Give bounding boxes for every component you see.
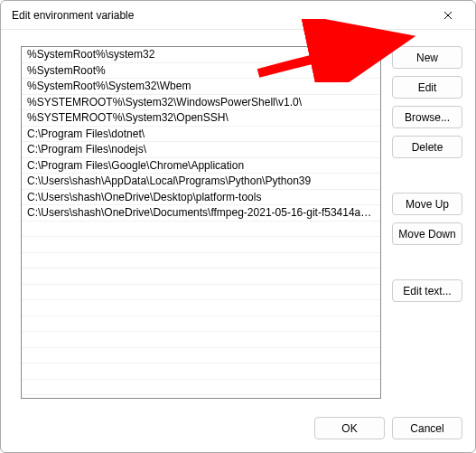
- close-icon: [443, 11, 453, 20]
- edit-button[interactable]: Edit: [392, 76, 462, 99]
- list-item[interactable]: %SystemRoot%: [22, 63, 380, 80]
- list-item[interactable]: C:\Users\shash\OneDrive\Documents\ffmpeg…: [22, 205, 380, 222]
- list-item[interactable]: %SYSTEMROOT%\System32\WindowsPowerShell\…: [22, 95, 380, 111]
- list-item-empty[interactable]: [22, 380, 380, 396]
- list-item-empty[interactable]: [22, 316, 380, 333]
- list-item-empty[interactable]: [22, 300, 380, 316]
- move-up-button[interactable]: Move Up: [392, 193, 462, 215]
- list-item[interactable]: %SystemRoot%\system32: [22, 47, 380, 63]
- list-item[interactable]: C:\Program Files\nodejs\: [22, 142, 380, 158]
- window-title: Edit environment variable: [12, 9, 428, 22]
- cancel-button[interactable]: Cancel: [392, 417, 462, 439]
- list-item-empty[interactable]: [22, 222, 380, 238]
- list-item[interactable]: C:\Program Files\dotnet\: [22, 127, 380, 143]
- list-item[interactable]: C:\Program Files\Google\Chrome\Applicati…: [22, 158, 380, 175]
- edit-text-button[interactable]: Edit text...: [392, 279, 462, 302]
- dialog-content: %SystemRoot%\system32 %SystemRoot% %Syst…: [1, 30, 475, 410]
- list-item-empty[interactable]: [22, 253, 380, 269]
- list-item-empty[interactable]: [22, 269, 380, 285]
- dialog-footer: OK Cancel: [314, 417, 462, 439]
- list-item-empty[interactable]: [22, 285, 380, 301]
- list-item-empty[interactable]: [22, 237, 380, 253]
- list-item[interactable]: %SYSTEMROOT%\System32\OpenSSH\: [22, 110, 380, 127]
- close-button[interactable]: [428, 2, 468, 29]
- list-item[interactable]: C:\Users\shash\OneDrive\Desktop\platform…: [22, 190, 380, 206]
- title-bar: Edit environment variable: [1, 1, 475, 30]
- list-item-empty[interactable]: [22, 363, 380, 380]
- browse-button[interactable]: Browse...: [392, 106, 462, 128]
- move-down-button[interactable]: Move Down: [392, 222, 462, 245]
- list-item[interactable]: %SystemRoot%\System32\Wbem: [22, 79, 380, 95]
- ok-button[interactable]: OK: [314, 417, 385, 439]
- new-button[interactable]: New: [392, 46, 462, 69]
- side-button-column: New Edit Browse... Delete Move Up Move D…: [392, 46, 462, 399]
- list-item-empty[interactable]: [22, 348, 380, 364]
- list-item-empty[interactable]: [22, 332, 380, 348]
- delete-button[interactable]: Delete: [392, 136, 462, 158]
- list-item[interactable]: C:\Users\shash\AppData\Local\Programs\Py…: [22, 174, 380, 190]
- path-listbox[interactable]: %SystemRoot%\system32 %SystemRoot% %Syst…: [21, 46, 381, 399]
